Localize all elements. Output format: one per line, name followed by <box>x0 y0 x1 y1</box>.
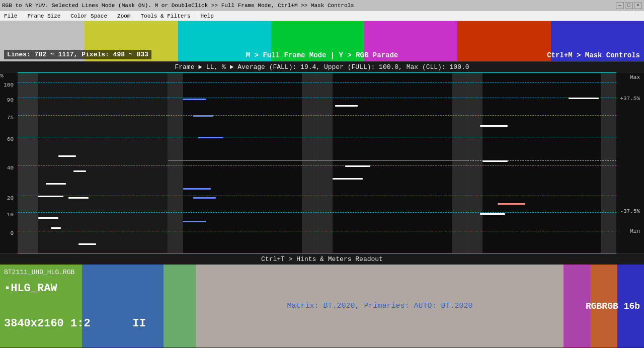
hline-20-4 <box>467 196 617 196</box>
bottom-panel: BT2111_UHD_HLG.RGB ▪HLG_RAW 3840x2160 1:… <box>0 265 644 347</box>
hline-10-2 <box>168 212 317 213</box>
y-100: 100 <box>4 82 16 88</box>
mask-overlay-left-4 <box>467 72 482 253</box>
hline-60-1 <box>18 137 168 137</box>
hline-100-2 <box>168 82 317 83</box>
y-10: 10 <box>7 212 16 218</box>
mark-ch2-6 <box>183 221 206 222</box>
mark-ch1-7 <box>73 170 86 172</box>
wf-channel-3 <box>317 72 467 253</box>
mask-overlay-right-4 <box>601 72 616 253</box>
hline-mid-3 <box>317 160 467 161</box>
hline-0-4 <box>467 231 617 231</box>
rgb-info: RGBRGB 16b <box>586 301 640 311</box>
y-0: 0 <box>10 231 16 236</box>
colorbar-info-center: M > Full Frame Mode | Y > RGB Parade <box>246 51 398 59</box>
menu-help[interactable]: Help <box>198 13 215 19</box>
mark-ch1-4 <box>51 227 61 229</box>
hints-bar: Ctrl+T > Hints & Meters Readout <box>0 253 644 265</box>
mark-ch4-5 <box>569 98 599 99</box>
mark-ch4-3 <box>480 213 505 215</box>
menu-file[interactable]: File <box>2 13 19 19</box>
close-button[interactable]: × <box>634 2 642 9</box>
mark-ch1-8 <box>78 243 96 245</box>
menubar: File Frame Size Color Space Zoom Tools &… <box>0 11 644 21</box>
hline-40-1 <box>18 165 168 166</box>
hline-60-3 <box>317 137 467 137</box>
bottom-center: Matrix: BT.2020, Primaries: AUTO: BT.202… <box>196 265 564 347</box>
hline-10-4 <box>467 212 617 213</box>
mask-overlay-right-2 <box>302 72 317 253</box>
swatch-green <box>0 265 82 347</box>
titlebar-controls: ─ □ × <box>616 2 642 9</box>
swatch-row-left <box>0 265 196 347</box>
yr-minus375: -37.5% <box>620 208 642 214</box>
mark-ch4-4 <box>498 203 525 205</box>
colorbar-6 <box>457 21 550 61</box>
y-percent-label: % <box>0 73 16 79</box>
swatch-blue <box>82 265 164 347</box>
mark-ch3-2 <box>345 165 370 167</box>
waveform-section: % 100 90 75 60 40 20 10 0 Max +37.5% -37… <box>0 72 644 253</box>
y-axis-left: % 100 90 75 60 40 20 10 0 <box>0 72 18 253</box>
maximize-button[interactable]: □ <box>625 2 633 9</box>
hline-90-1 <box>18 98 168 98</box>
menu-colorspace[interactable]: Color Space <box>68 13 109 19</box>
mark-ch1-1 <box>38 196 63 197</box>
y-axis-right: Max +37.5% -37.5% Min <box>616 72 644 253</box>
bottom-hlg: ▪HLG_RAW <box>4 282 57 295</box>
titlebar: RGB to NR YUV. Selected Lines Mode (Mask… <box>0 0 644 11</box>
mask-overlay-right-3 <box>452 72 467 253</box>
bottom-resolution: 3840x2160 1:2 <box>4 317 91 330</box>
colorbar-info-left: Lines: 782 ~ 1117, Pixels: 498 ~ 833 <box>4 50 151 59</box>
hline-90-3 <box>317 98 467 98</box>
hline-mid-2 <box>168 160 317 161</box>
yr-max: Max <box>630 74 642 80</box>
mark-ch1-6 <box>68 197 89 199</box>
mark-ch4-1 <box>480 125 508 127</box>
mark-ch4-2 <box>482 160 508 162</box>
matrix-info: Matrix: BT.2020, Primaries: AUTO: BT.202… <box>287 302 472 310</box>
bottom-right-container: RGBRGB 16b <box>564 265 644 347</box>
bottom-border-line <box>18 253 616 253</box>
hline-60-4 <box>467 137 617 137</box>
mark-ch3-3 <box>333 178 363 180</box>
yr-min: Min <box>630 228 642 234</box>
hline-20-2 <box>168 196 317 196</box>
bottom-pause: II <box>133 317 146 330</box>
wf-channel-4 <box>467 72 617 253</box>
hline-0-3 <box>317 231 467 231</box>
menu-framesize[interactable]: Frame Size <box>25 13 62 19</box>
mask-overlay-left-1 <box>18 72 38 253</box>
hline-10-3 <box>317 212 467 213</box>
hline-100-1 <box>18 82 168 83</box>
hline-0-1 <box>18 231 168 231</box>
hline-20-3 <box>317 196 467 196</box>
hline-60-2 <box>168 137 317 137</box>
hline-75-3 <box>317 115 467 116</box>
hline-10-1 <box>18 212 168 213</box>
hline-100-3 <box>317 82 467 83</box>
y-20: 20 <box>7 196 16 201</box>
hline-75-2 <box>168 115 317 116</box>
menu-tools[interactable]: Tools & Filters <box>138 13 192 19</box>
top-border-line <box>18 72 616 73</box>
mark-ch2-4 <box>183 188 211 190</box>
y-75: 75 <box>7 115 16 121</box>
mark-ch1-5 <box>58 155 76 157</box>
hline-40-4 <box>467 165 617 166</box>
mark-ch3-1 <box>335 105 358 107</box>
mask-overlay-left-2 <box>168 72 183 253</box>
mark-ch1-2 <box>46 183 66 185</box>
y-40: 40 <box>7 165 16 171</box>
waveform-canvas <box>18 72 616 253</box>
mark-ch2-5 <box>193 197 216 199</box>
minimize-button[interactable]: ─ <box>616 2 624 9</box>
menu-zoom[interactable]: Zoom <box>115 13 132 19</box>
swatch-light-green <box>164 265 196 347</box>
hline-75-4 <box>467 115 617 116</box>
mark-ch2-1 <box>183 99 206 100</box>
mask-overlay-left-3 <box>317 72 333 253</box>
colorbar-info-right: Ctrl+M > Mask Controls <box>547 51 640 59</box>
y-90: 90 <box>7 98 16 103</box>
